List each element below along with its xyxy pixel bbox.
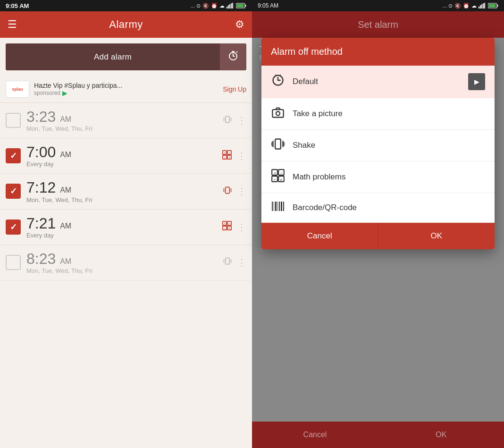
vibrate-icon-1 [223,115,232,127]
svg-text:+: + [224,222,226,225]
alarm-time-2: 7:00 AM [26,144,216,161]
ad-signup-button[interactable]: Sign Up [223,85,246,93]
svg-rect-53 [275,139,281,149]
modal-option-barcode[interactable]: Barcode/QR-code [261,193,495,223]
alarm-item-2: 7:00 AM Every day + − × ÷ ⋮ [0,138,252,174]
left-status-time: 9:05 AM [6,2,29,9]
svg-rect-7 [245,5,246,7]
svg-text:−: − [280,171,283,176]
svg-text:÷: ÷ [224,156,226,159]
svg-rect-66 [272,202,273,211]
alarm-period-3: AM [60,186,71,194]
left-panel: 9:05 AM ... ⊙ 🔇 ⏰ ☁ ☰ Alarmy ⚙ Add alarm [0,0,252,448]
alarm-checkbox-3[interactable] [6,184,21,199]
alarm-checkbox-4[interactable] [6,220,21,235]
ad-banner: splau Hazte Vip #Splau y participa... sp… [0,76,252,103]
svg-text:×: × [228,156,230,159]
timer-button[interactable] [220,43,246,70]
right-panel: 9:05 AM ... ⊙ 🔇 ⏰ ☁ Set alarm Time 9:05 … [252,0,504,448]
svg-text:×: × [280,178,282,182]
set-alarm-header: Set alarm [252,11,504,38]
svg-text:+: + [274,171,276,176]
alarm-actions-1: ⋮ [223,115,246,127]
timer-icon [227,50,239,61]
svg-rect-69 [277,202,278,211]
vibrate-icon-3 [223,186,232,197]
alarm-period-2: AM [60,151,71,159]
signal-icon [227,3,234,8]
default-play-button[interactable]: ▶ [468,73,485,90]
right-status-time: 9:05 AM [258,2,278,9]
more-icon-5[interactable]: ⋮ [237,257,246,268]
alarm-days-1: Mon, Tue, Wed, Thu, Fri [26,125,217,132]
modal-option-picture[interactable]: Take a picture [261,98,495,130]
alarm-item: 3:23 AM Mon, Tue, Wed, Thu, Fri ⋮ [0,103,252,138]
alarm-time-block-3: 7:12 AM Mon, Tue, Wed, Thu, Fri [26,179,217,203]
add-alarm-bar: Add alarm [0,38,252,76]
svg-text:−: − [229,222,231,225]
more-icon-2[interactable]: ⋮ [237,150,246,161]
bottom-bar: Cancel OK [252,422,504,448]
ad-title: Hazte Vip #Splau y participa... [34,82,218,89]
option-barcode-label: Barcode/QR-code [293,203,485,212]
svg-text:×: × [228,227,230,230]
battery-icon [236,3,246,8]
svg-rect-41 [483,3,484,8]
menu-icon[interactable]: ☰ [8,18,17,31]
alarm-period-1: AM [60,115,71,123]
svg-rect-13 [226,116,229,122]
alarm-time-3: 7:12 AM [26,179,217,196]
math-icon-4: + − × ÷ [222,220,232,233]
alarm-days-3: Mon, Tue, Wed, Thu, Fri [26,196,217,203]
set-alarm-title: Set alarm [358,19,398,30]
add-alarm-button[interactable]: Add alarm [6,43,220,70]
modal-cancel-button[interactable]: Cancel [261,223,378,249]
svg-rect-2 [229,4,230,8]
alarm-actions-5: ⋮ [223,256,246,268]
more-icon-1[interactable]: ⋮ [237,115,246,126]
alarm-item-5: 8:23 AM Mon, Tue, Wed, Thu, Fri ⋮ [0,245,252,280]
alarm-checkbox-5[interactable] [6,255,21,270]
settings-icon[interactable]: ⚙ [235,18,244,31]
bottom-ok-button[interactable]: OK [378,423,504,447]
alarm-time-block-1: 3:23 AM Mon, Tue, Wed, Thu, Fri [26,109,217,132]
modal-option-default[interactable]: Default ▶ [261,66,495,98]
math-svg-2: + − × ÷ [222,150,232,160]
right-status-bar: 9:05 AM ... ⊙ 🔇 ⏰ ☁ [252,0,504,11]
alarm-time-block-2: 7:00 AM Every day [26,144,216,168]
calculator-icon: + − × ÷ [271,169,285,185]
svg-text:−: − [229,151,231,154]
alarm-time-1: 3:23 AM [26,109,217,125]
math-svg-4: + − × ÷ [222,220,232,231]
alarm-off-method-modal: Alarm off method Default ▶ [261,38,495,249]
modal-ok-button[interactable]: OK [378,223,495,249]
option-shake-label: Shake [293,141,485,150]
alarm-checkbox-1[interactable] [6,113,21,128]
modal-option-shake[interactable]: Shake [261,130,495,161]
more-icon-4[interactable]: ⋮ [237,221,246,233]
svg-rect-39 [480,5,481,8]
alarm-checkbox-2[interactable] [6,148,21,163]
math-icon-2: + − × ÷ [222,150,232,162]
svg-rect-1 [228,5,229,8]
vibrate-svg-3 [223,186,232,195]
option-default-label: Default [293,77,461,86]
svg-text:+: + [224,151,226,154]
svg-text:÷: ÷ [274,178,276,182]
alarm-days-5: Mon, Tue, Wed, Thu, Fri [26,267,217,274]
more-icon-3[interactable]: ⋮ [237,186,246,197]
app-header: ☰ Alarmy ⚙ [0,11,252,38]
svg-rect-4 [232,3,233,8]
alarm-days-4: Every day [26,232,216,239]
bottom-cancel-button[interactable]: Cancel [252,423,378,447]
modal-option-math[interactable]: + − × ÷ Math problems [261,161,495,193]
svg-rect-38 [479,7,479,8]
alarm-actions-3: ⋮ [223,186,246,197]
vibrate-svg-5 [223,256,232,266]
svg-rect-45 [497,5,498,7]
svg-rect-51 [272,110,283,117]
svg-line-12 [236,51,237,52]
modal-header: Alarm off method [261,38,495,66]
phone-vibrate-icon [271,137,285,153]
ad-logo: splau [6,81,29,98]
